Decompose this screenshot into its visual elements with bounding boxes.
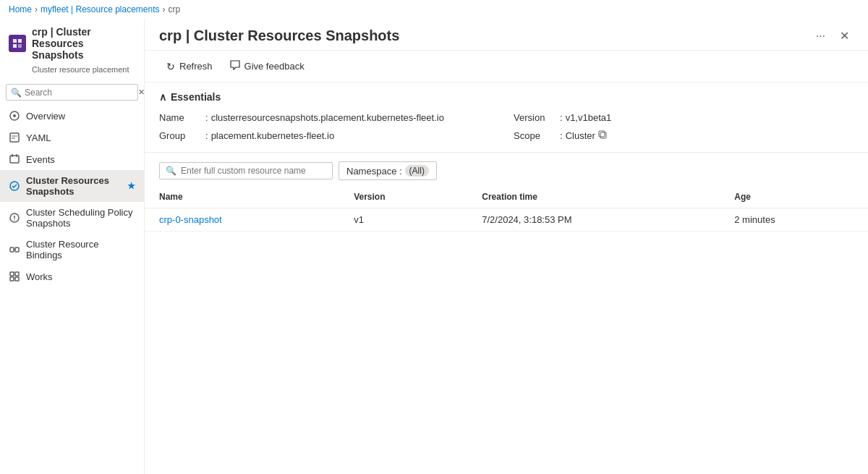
svg-rect-17 (15, 247, 19, 252)
svg-point-5 (13, 114, 16, 117)
breadcrumb-current: crp (169, 4, 181, 14)
breadcrumb-myfleet[interactable]: myfleet | Resource placements (41, 4, 160, 14)
main-content: crp | Cluster Resources Snapshots ··· ✕ … (145, 19, 868, 474)
sidebar-logo (9, 35, 26, 52)
refresh-button[interactable]: ↻ Refresh (159, 57, 220, 76)
sidebar-item-resource-bindings[interactable]: Cluster Resource Bindings (0, 234, 144, 266)
essentials-chevron: ∧ (159, 91, 166, 103)
events-icon (9, 153, 20, 165)
namespace-label: Namespace : (346, 166, 402, 177)
essentials-scope-row: Scope : Cluster (514, 128, 854, 143)
more-options-button[interactable]: ··· (812, 28, 830, 44)
sidebar-subtitle: Cluster resource placement (0, 65, 144, 80)
svg-rect-24 (599, 131, 605, 137)
feedback-icon (230, 60, 240, 72)
clear-search-button[interactable]: ✕ (136, 87, 145, 98)
feedback-button[interactable]: Give feedback (223, 56, 312, 76)
essentials-grid: Name : clusterresourcesnapshots.placemen… (159, 110, 854, 143)
svg-rect-16 (10, 247, 14, 252)
svg-rect-6 (10, 133, 19, 142)
star-icon: ★ (127, 181, 135, 191)
essentials-header[interactable]: ∧ Essentials (159, 91, 854, 103)
resource-search-input[interactable] (181, 166, 326, 176)
sidebar-item-cluster-resources-snapshots[interactable]: Cluster Resources Snapshots ★ (0, 170, 144, 202)
sidebar-item-snapshots-label: Cluster Resources Snapshots (26, 175, 122, 197)
search-input[interactable] (25, 88, 133, 98)
resource-search-box[interactable]: 🔍 (159, 162, 333, 179)
namespace-value: (All) (405, 165, 429, 177)
content-header: crp | Cluster Resources Snapshots ··· ✕ (145, 19, 868, 51)
svg-point-15 (14, 219, 15, 221)
sidebar-search[interactable]: 🔍 ✕ « (6, 84, 138, 101)
version-value: v1,v1beta1 (566, 112, 612, 123)
refresh-icon: ↻ (166, 61, 175, 72)
svg-rect-0 (13, 39, 17, 43)
svg-rect-3 (18, 44, 22, 48)
sidebar-title: crp | Cluster Resources Snapshots (32, 26, 135, 61)
toolbar: ↻ Refresh Give feedback (145, 51, 868, 82)
col-version: Version (339, 186, 467, 208)
svg-rect-21 (10, 277, 14, 281)
svg-rect-1 (18, 39, 22, 43)
policy-icon (9, 212, 20, 224)
sidebar-item-scheduling-policy[interactable]: Cluster Scheduling Policy Snapshots (0, 202, 144, 234)
essentials-name-row: Name : clusterresourcesnapshots.placemen… (159, 110, 499, 125)
name-value: clusterresourcesnapshots.placement.kuber… (211, 112, 444, 123)
sidebar-item-events[interactable]: Events (0, 148, 144, 170)
scope-label: Scope (514, 130, 557, 141)
sidebar-item-overview[interactable]: Overview (0, 105, 144, 127)
namespace-filter-button[interactable]: Namespace : (All) (339, 161, 437, 180)
col-age: Age (720, 186, 868, 208)
sidebar: crp | Cluster Resources Snapshots Cluste… (0, 19, 145, 474)
filter-row: 🔍 Namespace : (All) (145, 153, 868, 186)
sidebar-header: crp | Cluster Resources Snapshots (0, 19, 144, 65)
essentials-section: ∧ Essentials Name : clusterresourcesnaps… (145, 82, 868, 153)
resource-link[interactable]: crp-0-snapshot (159, 214, 222, 225)
search-icon: 🔍 (166, 166, 176, 176)
breadcrumb: Home › myfleet | Resource placements › c… (0, 0, 868, 19)
sidebar-item-works-label: Works (26, 271, 53, 282)
sidebar-item-yaml[interactable]: YAML (0, 127, 144, 148)
scope-value: Cluster (566, 130, 607, 141)
sidebar-item-overview-label: Overview (26, 111, 65, 122)
svg-rect-20 (15, 272, 19, 276)
version-label: Version (514, 112, 557, 123)
sidebar-item-events-label: Events (26, 154, 55, 165)
yaml-icon (9, 132, 20, 143)
sidebar-item-policy-label: Cluster Scheduling Policy Snapshots (26, 207, 135, 229)
sidebar-item-yaml-label: YAML (26, 132, 51, 143)
svg-rect-9 (10, 156, 19, 163)
cell-name: crp-0-snapshot (145, 208, 339, 232)
essentials-group-row: Group : placement.kubernetes-fleet.io (159, 128, 499, 143)
cell-version: v1 (339, 208, 467, 232)
close-button[interactable]: ✕ (835, 27, 854, 44)
resources-table: Name Version Creation time Age crp-0-sna… (145, 186, 868, 232)
cell-age: 2 minutes (720, 208, 868, 232)
overview-icon (9, 110, 20, 122)
breadcrumb-home[interactable]: Home (9, 4, 32, 14)
copy-icon[interactable] (598, 130, 607, 141)
snapshots-icon (9, 180, 20, 192)
name-label: Name (159, 112, 203, 123)
bindings-icon (9, 244, 20, 255)
group-label: Group (159, 130, 203, 141)
scrollable-content: ∧ Essentials Name : clusterresourcesnaps… (145, 82, 868, 474)
works-icon (9, 271, 20, 282)
essentials-title: Essentials (171, 91, 221, 103)
svg-rect-22 (15, 277, 19, 281)
group-value: placement.kubernetes-fleet.io (211, 130, 335, 141)
table-row: crp-0-snapshot v1 7/2/2024, 3:18:53 PM 2… (145, 208, 868, 232)
sidebar-item-bindings-label: Cluster Resource Bindings (26, 239, 135, 261)
search-icon: 🔍 (11, 88, 22, 98)
svg-rect-23 (600, 132, 606, 138)
col-name: Name (145, 186, 339, 208)
cell-creation-time: 7/2/2024, 3:18:53 PM (467, 208, 720, 232)
page-title: crp | Cluster Resources Snapshots (159, 27, 399, 44)
svg-rect-19 (10, 272, 14, 276)
svg-rect-2 (13, 44, 17, 48)
col-creation-time: Creation time (467, 186, 720, 208)
essentials-version-row: Version : v1,v1beta1 (514, 110, 854, 125)
sidebar-nav: Overview YAML Events Cluster Resources S… (0, 105, 144, 287)
sidebar-item-works[interactable]: Works (0, 266, 144, 287)
